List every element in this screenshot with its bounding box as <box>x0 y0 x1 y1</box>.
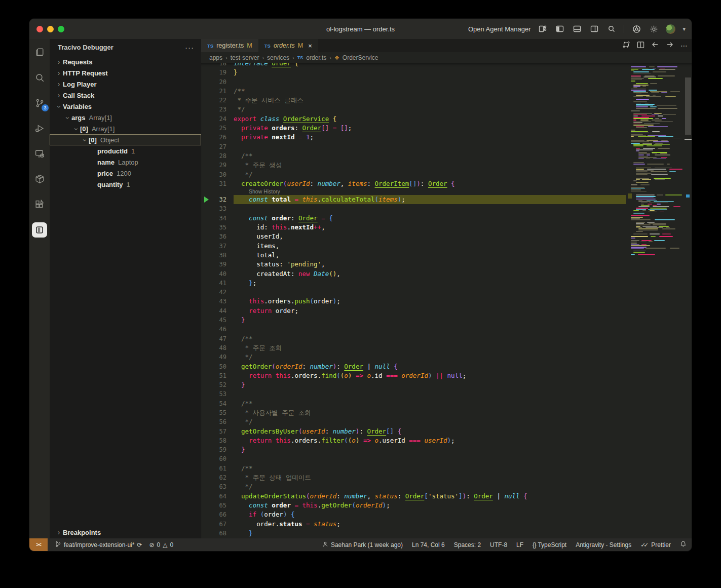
code-line-46[interactable]: 46 <box>201 325 626 334</box>
explorer-icon[interactable] <box>32 45 47 59</box>
formatter-item[interactable]: ✓✓ Prettier <box>640 541 671 548</box>
sidebar-section-http-request[interactable]: ›HTTP Request <box>50 67 201 79</box>
code-line-21[interactable]: 21/** <box>201 87 626 96</box>
code-line-41[interactable]: 41 }; <box>201 279 626 288</box>
tab-register-ts[interactable]: TS register.ts M <box>201 39 258 52</box>
code-line-62[interactable]: 62 * 주문 상태 업데이트 <box>201 473 626 482</box>
code-line-34[interactable]: 34 const order: Order = { <box>201 214 626 223</box>
code-line-35[interactable]: 35 id: this.nextId++, <box>201 223 626 232</box>
variable-row-name[interactable]: nameLaptop <box>50 156 201 168</box>
variable-row-quantity[interactable]: quantity1 <box>50 179 201 190</box>
variable-row-0[interactable]: ›[0]Array[1] <box>50 123 201 134</box>
code-line-68[interactable]: 68 } <box>201 529 626 538</box>
editor-more-actions-icon[interactable]: ⋯ <box>680 42 688 50</box>
code-line-57[interactable]: 57 getOrdersByUser(userId: number): Orde… <box>201 427 626 436</box>
code-line-52[interactable]: 52 } <box>201 380 626 389</box>
breadcrumb-item[interactable]: services <box>267 54 289 61</box>
toggle-panel-icon[interactable] <box>572 24 582 34</box>
code-line-28[interactable]: 28 /** <box>201 151 626 161</box>
code-line-44[interactable]: 44 return order; <box>201 306 626 316</box>
scrollbar-thumb[interactable] <box>685 77 691 135</box>
code-line-61[interactable]: 61 /** <box>201 464 626 473</box>
open-agent-manager-button[interactable]: Open Agent Manager <box>468 25 531 33</box>
agent-layout-icon[interactable] <box>538 24 548 34</box>
encoding-setting[interactable]: UTF-8 <box>490 541 507 548</box>
indentation-setting[interactable]: Spaces: 2 <box>454 541 481 548</box>
code-line-20[interactable]: 20 <box>201 77 626 87</box>
search-sidebar-icon[interactable] <box>32 70 47 85</box>
code-line-22[interactable]: 22 * 주문 서비스 클래스 <box>201 96 626 105</box>
variable-row-args[interactable]: ›argsArray[1] <box>50 112 201 123</box>
code-line-37[interactable]: 37 items, <box>201 242 626 251</box>
code-line-64[interactable]: 64 updateOrderStatus(orderId: number, st… <box>201 492 626 501</box>
variable-row-productId[interactable]: productId1 <box>50 145 201 156</box>
code-line-67[interactable]: 67 order.status = status; <box>201 520 626 529</box>
code-line-23[interactable]: 23 */ <box>201 105 626 114</box>
sidebar-section-requests[interactable]: ›Requests <box>50 56 201 67</box>
navigate-forward-icon[interactable] <box>666 41 674 51</box>
open-changes-icon[interactable] <box>622 41 630 51</box>
code-line-56[interactable]: 56 */ <box>201 417 626 426</box>
cursor-position[interactable]: Ln 74, Col 6 <box>412 541 445 548</box>
code-line-25[interactable]: 25 private orders: Order[] = []; <box>201 124 626 133</box>
split-editor-icon[interactable] <box>637 41 644 51</box>
breadcrumb-item[interactable]: test-server <box>231 54 259 61</box>
code-line-49[interactable]: 49 */ <box>201 352 626 362</box>
sync-icon[interactable]: ⟳ <box>137 541 142 548</box>
code-line-54[interactable]: 54 /** <box>201 399 626 408</box>
editor-scrollbar[interactable] <box>685 63 692 538</box>
code-line-40[interactable]: 40 createdAt: new Date(), <box>201 269 626 279</box>
search-icon[interactable] <box>606 24 617 34</box>
sidebar-more-actions-icon[interactable]: ··· <box>185 43 194 52</box>
run-debug-icon[interactable] <box>32 121 47 135</box>
tab-order-ts[interactable]: TS order.ts M × <box>258 39 318 52</box>
sidebar-section-call-stack[interactable]: ›Call Stack <box>50 90 201 101</box>
code-line-29[interactable]: 29 * 주문 생성 <box>201 161 626 170</box>
sidebar-section-log-player[interactable]: ›Log Player <box>50 79 201 90</box>
code-line-48[interactable]: 48 * 주문 조회 <box>201 343 626 352</box>
breadcrumb-file[interactable]: order.ts <box>306 54 326 61</box>
toggle-right-sidebar-icon[interactable] <box>589 24 599 34</box>
code-line-51[interactable]: 51 return this.orders.find((o) => o.id =… <box>201 371 626 380</box>
blame-author-item[interactable]: Saehan Park (1 week ago) <box>322 541 403 549</box>
git-branch-item[interactable]: feat/improve-extension-ui* ⟳ <box>55 541 142 549</box>
extensions-icon[interactable] <box>32 197 47 211</box>
breadcrumb-symbol[interactable]: OrderService <box>343 54 378 61</box>
code-line-47[interactable]: 47 /** <box>201 334 626 343</box>
remote-explorer-icon[interactable] <box>32 146 47 161</box>
code-line-33[interactable]: 33 <box>201 204 626 213</box>
account-chevron-down-icon[interactable]: ▾ <box>682 26 686 32</box>
code-line-30[interactable]: 30 */ <box>201 170 626 179</box>
tracivo-debugger-icon[interactable] <box>32 222 47 238</box>
code-line-43[interactable]: 43 this.orders.push(order); <box>201 297 626 306</box>
code-line-26[interactable]: 26 private nextId = 1; <box>201 133 626 142</box>
close-tab-icon[interactable]: × <box>308 42 312 50</box>
notifications-bell-icon[interactable] <box>680 540 687 549</box>
code-line-50[interactable]: 50 getOrder(orderId: number): Order | nu… <box>201 362 626 371</box>
code-line-18[interactable]: 18interface Order { <box>201 63 626 68</box>
code-line-38[interactable]: 38 total, <box>201 251 626 260</box>
code-line-32[interactable]: 32 const total = this.calculateTotal(ite… <box>201 195 626 204</box>
codelens-show-history[interactable]: Show History <box>234 188 280 195</box>
navigate-back-icon[interactable] <box>651 41 659 51</box>
code-line-36[interactable]: 36 userId, <box>201 232 626 241</box>
close-window-button[interactable] <box>36 26 43 32</box>
eol-setting[interactable]: LF <box>516 541 523 548</box>
toggle-left-sidebar-icon[interactable] <box>555 24 565 34</box>
package-cube-icon[interactable] <box>32 172 47 186</box>
code-line-55[interactable]: 55 * 사용자별 주문 조회 <box>201 408 626 417</box>
problems-item[interactable]: ⊘ 0 △ 0 <box>149 541 173 548</box>
settings-gear-icon[interactable] <box>649 24 659 34</box>
minimap[interactable] <box>630 64 684 538</box>
user-avatar[interactable] <box>666 24 675 34</box>
remote-indicator[interactable]: >< <box>29 538 48 551</box>
code-line-27[interactable]: 27 <box>201 142 626 151</box>
code-line-42[interactable]: 42 <box>201 288 626 297</box>
code-line-65[interactable]: 65 const order = this.getOrder(orderId); <box>201 501 626 510</box>
variable-row-price[interactable]: price1200 <box>50 168 201 179</box>
sidebar-section-variables[interactable]: ›Variables <box>50 101 201 112</box>
breadcrumb-item[interactable]: apps <box>209 54 222 61</box>
code-line-58[interactable]: 58 return this.orders.filter((o) => o.us… <box>201 436 626 445</box>
code-line-59[interactable]: 59 } <box>201 445 626 454</box>
minimize-window-button[interactable] <box>47 26 54 32</box>
